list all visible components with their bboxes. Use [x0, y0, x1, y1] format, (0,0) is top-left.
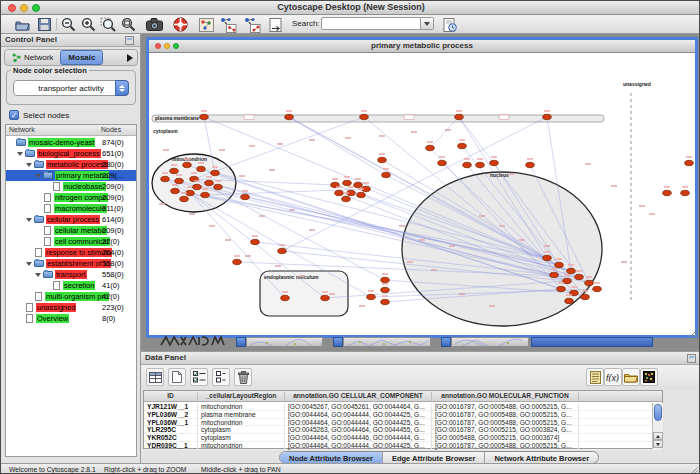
attribute-table-button[interactable]: [146, 368, 164, 386]
network-node[interactable]: [381, 277, 390, 282]
tree-row[interactable]: establishment of lo558(0): [6, 258, 136, 269]
scroll-down-button[interactable]: [653, 440, 663, 448]
network-node[interactable]: [555, 262, 564, 267]
network-node[interactable]: [357, 192, 366, 197]
network-node[interactable]: [205, 180, 214, 185]
tree-row[interactable]: cell communicat22(0): [6, 236, 136, 247]
network-node[interactable]: [543, 114, 552, 119]
network-node[interactable]: [490, 160, 499, 165]
network-node[interactable]: [342, 196, 351, 201]
network-node[interactable]: [241, 194, 250, 199]
network-node[interactable]: [378, 157, 387, 162]
tree-row[interactable]: multi-organism pro42(0): [6, 291, 136, 302]
network-canvas[interactable]: plasma membranecytoplasmmitochondrionnuc…: [149, 53, 695, 335]
tab-node-attribute-browser[interactable]: Node Attribute Browser: [280, 452, 383, 463]
network-node[interactable]: [526, 162, 535, 167]
tab-network[interactable]: Network: [5, 50, 60, 65]
network-node[interactable]: [251, 239, 260, 244]
float-panel-icon[interactable]: [125, 36, 134, 45]
network-node[interactable]: [170, 168, 179, 173]
tree-row[interactable]: response to stimulu264(0): [6, 247, 136, 258]
network-view-window[interactable]: primary metabolic process plasma membran…: [146, 37, 698, 338]
help-button[interactable]: [171, 16, 189, 33]
network-node[interactable]: [426, 145, 435, 150]
tree-row[interactable]: cellular metabo209(0): [6, 225, 136, 236]
minimized-window-bar[interactable]: [246, 337, 323, 347]
tab-network-attribute-browser[interactable]: Network Attribute Browser: [485, 452, 598, 463]
network-node[interactable]: [567, 268, 576, 273]
network-node[interactable]: [381, 299, 390, 304]
network-node[interactable]: [171, 188, 180, 193]
table-scrollbar[interactable]: [652, 403, 663, 449]
network-node[interactable]: [557, 286, 566, 291]
tree-row[interactable]: metabolic process280(0): [6, 159, 136, 170]
network-node[interactable]: [565, 298, 574, 303]
attribute-matrix-button[interactable]: [640, 368, 658, 386]
network-node[interactable]: [175, 178, 184, 183]
network-node[interactable]: [180, 196, 189, 201]
table-row[interactable]: YKR052Ccytoplasm[GO:0044464, GO:0044446,…: [144, 434, 662, 442]
network-node[interactable]: [585, 280, 594, 285]
open-file-button[interactable]: [13, 16, 31, 33]
tree-row[interactable]: unassigned223(0): [6, 302, 136, 313]
float-panel-icon[interactable]: [687, 354, 696, 363]
expand-triangle-icon[interactable]: [26, 163, 32, 167]
tree-row[interactable]: nucleobase-209(0): [6, 181, 136, 192]
network-node[interactable]: [367, 294, 376, 299]
column-header[interactable]: annotation.GO MOLECULAR_FUNCTION: [432, 392, 579, 402]
zoom-out-button[interactable]: [59, 16, 77, 33]
expand-triangle-icon[interactable]: [26, 262, 32, 266]
network-node[interactable]: [593, 286, 602, 291]
unselect-attributes-button[interactable]: [212, 368, 230, 386]
tree-row[interactable]: secretion41(0): [6, 280, 136, 291]
zoom-fit-button[interactable]: [119, 16, 137, 33]
tree-row[interactable]: nitrogen compo209(0): [6, 192, 136, 203]
expand-triangle-icon[interactable]: [35, 273, 41, 277]
network-window-titlebar[interactable]: primary metabolic process: [149, 40, 695, 53]
column-header[interactable]: _cellularLayoutRegion: [198, 392, 285, 402]
network-node[interactable]: [382, 172, 391, 177]
minimized-window-icon[interactable]: [441, 337, 451, 347]
delete-attribute-button[interactable]: [234, 368, 252, 386]
annotation-button[interactable]: [267, 16, 285, 33]
column-header[interactable]: annotation.GO CELLULAR_COMPONENT: [285, 392, 432, 402]
tree-row[interactable]: primary metabo209(...: [6, 170, 136, 181]
tree-row[interactable]: mosaic-demo-yeast874(0): [6, 137, 136, 148]
table-row[interactable]: YPL036W__2plasma membrane[GO:0044464, GO…: [144, 411, 662, 419]
zoom-in-button[interactable]: [79, 16, 97, 33]
network-node[interactable]: [201, 192, 210, 197]
tab-edge-attribute-browser[interactable]: Edge Attribute Browser: [383, 452, 485, 463]
scroll-up-button[interactable]: [653, 432, 663, 440]
apply-layout-1-button[interactable]: [219, 16, 237, 33]
tree-row[interactable]: biological_process651(0): [6, 148, 136, 159]
tree-row[interactable]: Overview8(0): [6, 313, 136, 324]
minimized-window-icon[interactable]: [333, 337, 343, 347]
app-resize-grip[interactable]: [688, 465, 699, 474]
network-node[interactable]: [183, 162, 192, 167]
network-node[interactable]: [685, 160, 694, 165]
network-node[interactable]: [200, 114, 209, 119]
network-node[interactable]: [543, 255, 552, 260]
network-node[interactable]: [285, 114, 294, 119]
network-node[interactable]: [681, 190, 690, 195]
expand-triangle-icon[interactable]: [17, 152, 23, 156]
network-node[interactable]: [211, 170, 220, 175]
new-attribute-button[interactable]: [168, 368, 186, 386]
session-history-button[interactable]: [441, 16, 459, 33]
network-node[interactable]: [321, 295, 330, 300]
node-color-combobox[interactable]: transporter activity: [13, 80, 129, 96]
search-dropdown-button[interactable]: [421, 17, 434, 30]
network-node[interactable]: [581, 294, 590, 299]
snapshot-button[interactable]: [145, 16, 163, 33]
select-attributes-button[interactable]: [190, 368, 208, 386]
network-node[interactable]: [550, 272, 559, 277]
tab-mosaic[interactable]: Mosaic: [60, 50, 103, 65]
network-node[interactable]: [343, 180, 352, 185]
network-node[interactable]: [233, 259, 242, 264]
tree-row[interactable]: cellular process614(0): [6, 214, 136, 225]
network-node[interactable]: [438, 160, 447, 165]
minimized-window-bar[interactable]: [343, 337, 431, 347]
network-node[interactable]: [278, 248, 287, 253]
network-node[interactable]: [663, 190, 672, 195]
tree-row[interactable]: transport558(0): [6, 269, 136, 280]
